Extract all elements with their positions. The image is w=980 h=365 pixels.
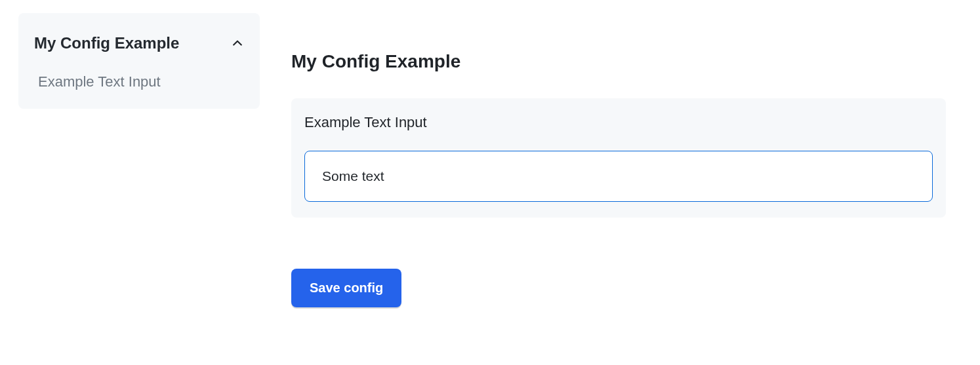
sidebar-section-header[interactable]: My Config Example bbox=[31, 29, 247, 58]
page-title: My Config Example bbox=[291, 51, 962, 72]
field-label: Example Text Input bbox=[304, 114, 933, 131]
save-config-button[interactable]: Save config bbox=[291, 269, 401, 307]
chevron-up-icon bbox=[231, 37, 244, 50]
sidebar-items: Example Text Input bbox=[31, 73, 247, 90]
sidebar: My Config Example Example Text Input bbox=[18, 13, 260, 109]
sidebar-section-title: My Config Example bbox=[34, 34, 179, 52]
example-text-input[interactable] bbox=[304, 151, 933, 202]
field-card: Example Text Input bbox=[291, 98, 946, 218]
main-content: My Config Example Example Text Input Sav… bbox=[291, 13, 962, 352]
sidebar-item-example-text-input[interactable]: Example Text Input bbox=[38, 73, 247, 90]
